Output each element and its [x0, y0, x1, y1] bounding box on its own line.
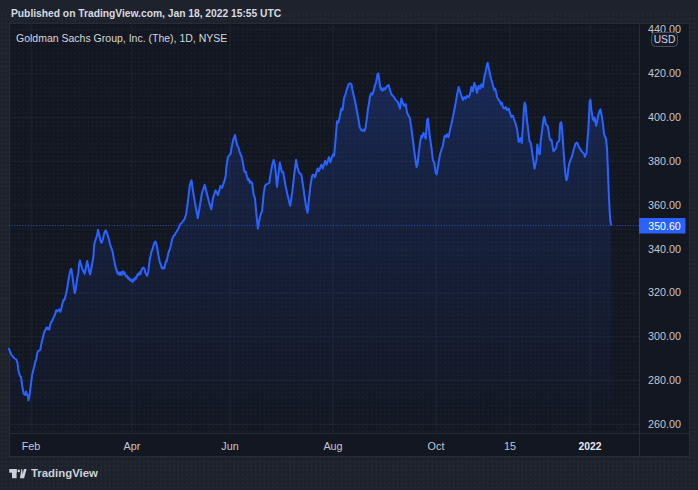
svg-text:15: 15 — [504, 440, 516, 452]
svg-text:Oct: Oct — [428, 440, 445, 452]
svg-text:320.00: 320.00 — [648, 286, 681, 298]
svg-text:TradingView: TradingView — [31, 467, 98, 479]
svg-text:260.00: 260.00 — [648, 418, 681, 430]
svg-text:Jun: Jun — [221, 440, 238, 452]
svg-text:Goldman Sachs Group, Inc. (The: Goldman Sachs Group, Inc. (The), 1D, NYS… — [16, 32, 227, 44]
svg-text:280.00: 280.00 — [648, 374, 681, 386]
svg-text:360.00: 360.00 — [648, 199, 681, 211]
svg-text:340.00: 340.00 — [648, 243, 681, 255]
svg-text:400.00: 400.00 — [648, 111, 681, 123]
svg-text:USD: USD — [654, 34, 676, 45]
svg-text:2022: 2022 — [579, 441, 602, 452]
svg-text:300.00: 300.00 — [648, 330, 681, 342]
svg-text:420.00: 420.00 — [648, 67, 681, 79]
svg-text:Aug: Aug — [323, 440, 342, 452]
svg-text:Apr: Apr — [124, 440, 141, 452]
svg-text:350.60: 350.60 — [648, 220, 681, 232]
svg-text:Feb: Feb — [22, 440, 41, 452]
svg-text:Published on TradingView.com,: Published on TradingView.com, Jan 18, 20… — [11, 8, 282, 19]
svg-text:380.00: 380.00 — [648, 155, 681, 167]
